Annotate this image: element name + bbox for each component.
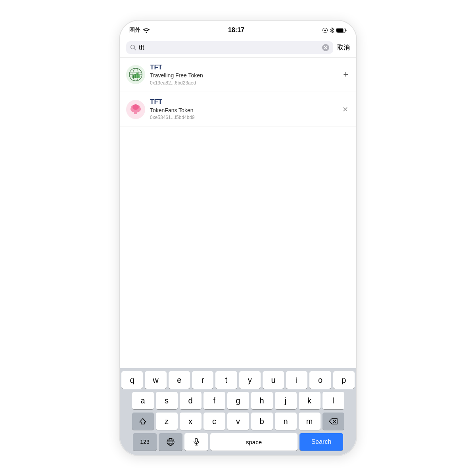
microphone-icon <box>193 438 200 446</box>
clear-button[interactable] <box>322 44 329 51</box>
status-time: 18:17 <box>228 27 244 34</box>
key-b[interactable]: b <box>251 413 273 430</box>
keyboard-row-3: z x c v b n m <box>121 413 355 430</box>
key-x[interactable]: x <box>180 413 202 430</box>
svg-rect-15 <box>138 75 140 78</box>
key-z[interactable]: z <box>156 413 178 430</box>
key-g[interactable]: g <box>227 392 249 409</box>
phone-frame: 圈外 18:17 <box>119 20 357 456</box>
key-d[interactable]: d <box>180 392 202 409</box>
svg-rect-3 <box>337 28 343 32</box>
tft1-logo-icon <box>126 65 145 84</box>
svg-line-5 <box>134 49 136 50</box>
backspace-icon <box>329 418 338 424</box>
key-m[interactable]: m <box>299 413 321 430</box>
token-address-1: 0x13ea82...6bd23aed <box>150 80 337 86</box>
search-icon <box>130 44 136 51</box>
battery-icon <box>336 28 347 33</box>
key-n[interactable]: n <box>275 413 297 430</box>
num-key[interactable]: 123 <box>133 433 157 451</box>
space-key[interactable]: space <box>210 433 298 451</box>
backspace-key[interactable] <box>322 413 344 430</box>
add-token-button-1[interactable]: + <box>342 68 350 81</box>
status-bar: 圈外 18:17 <box>120 21 356 38</box>
key-u[interactable]: u <box>263 371 284 389</box>
key-e[interactable]: e <box>169 371 190 389</box>
key-r[interactable]: r <box>192 371 213 389</box>
key-k[interactable]: k <box>299 392 321 409</box>
status-left: 圈外 <box>129 27 150 34</box>
key-c[interactable]: c <box>203 413 225 430</box>
remove-token-button-2[interactable]: ✕ <box>341 104 350 115</box>
svg-rect-30 <box>195 438 198 442</box>
search-key[interactable]: Search <box>299 433 343 451</box>
cancel-button[interactable]: 取消 <box>337 44 350 52</box>
svg-point-1 <box>324 29 326 31</box>
shift-icon <box>139 418 146 425</box>
svg-point-20 <box>132 104 139 110</box>
mic-key[interactable] <box>184 433 208 451</box>
globe-icon <box>166 438 175 446</box>
key-v[interactable]: v <box>227 413 249 430</box>
token-info-2: TFT TokenFans Token 0xe53461...f5bd4bd9 <box>150 98 336 121</box>
key-l[interactable]: l <box>322 392 344 409</box>
keyboard-bottom-row: 123 space Search <box>121 433 355 451</box>
token-symbol-2: TFT <box>150 98 336 106</box>
keyboard: q w e r t y u i o p a s d f g h j k l <box>120 368 356 455</box>
search-input-wrapper[interactable]: tft <box>126 41 333 54</box>
bluetooth-icon <box>330 27 334 33</box>
svg-marker-22 <box>140 418 146 424</box>
token-info-1: TFT Travelling Free Token 0x13ea82...6bd… <box>150 63 337 86</box>
shift-key[interactable] <box>132 413 154 430</box>
token-symbol-1: TFT <box>150 63 337 72</box>
svg-rect-21 <box>134 112 137 114</box>
globe-key[interactable] <box>159 433 182 451</box>
token-address-2: 0xe53461...f5bd4bd9 <box>150 114 336 121</box>
token-logo-1 <box>126 65 145 84</box>
key-y[interactable]: y <box>239 371 261 389</box>
tft2-logo-icon <box>126 100 145 119</box>
token-name-2: TokenFans Token <box>150 107 336 115</box>
token-list: TFT Travelling Free Token 0x13ea82...6bd… <box>120 58 356 368</box>
key-a[interactable]: a <box>132 392 154 409</box>
svg-rect-12 <box>132 75 134 78</box>
keyboard-row-2: a s d f g h j k l <box>121 392 355 409</box>
location-icon <box>322 28 328 33</box>
svg-rect-14 <box>136 73 138 78</box>
token-logo-2 <box>126 100 145 119</box>
key-i[interactable]: i <box>286 371 307 389</box>
keyboard-row-1: q w e r t y u i o p <box>121 371 355 389</box>
key-o[interactable]: o <box>309 371 331 389</box>
list-item: TFT Travelling Free Token 0x13ea82...6bd… <box>120 58 356 92</box>
key-s[interactable]: s <box>156 392 178 409</box>
status-right <box>322 27 347 33</box>
svg-rect-13 <box>134 74 136 78</box>
key-h[interactable]: h <box>251 392 273 409</box>
key-p[interactable]: p <box>333 371 355 389</box>
search-input[interactable]: tft <box>139 44 320 51</box>
key-j[interactable]: j <box>275 392 297 409</box>
key-t[interactable]: t <box>215 371 237 389</box>
key-q[interactable]: q <box>121 371 143 389</box>
carrier-label: 圈外 <box>129 27 140 34</box>
wifi-icon <box>143 28 150 33</box>
token-name-1: Travelling Free Token <box>150 72 337 80</box>
key-w[interactable]: w <box>145 371 166 389</box>
search-bar-container: tft 取消 <box>120 38 356 58</box>
key-f[interactable]: f <box>203 392 225 409</box>
list-item: TFT TokenFans Token 0xe53461...f5bd4bd9 … <box>120 92 356 127</box>
